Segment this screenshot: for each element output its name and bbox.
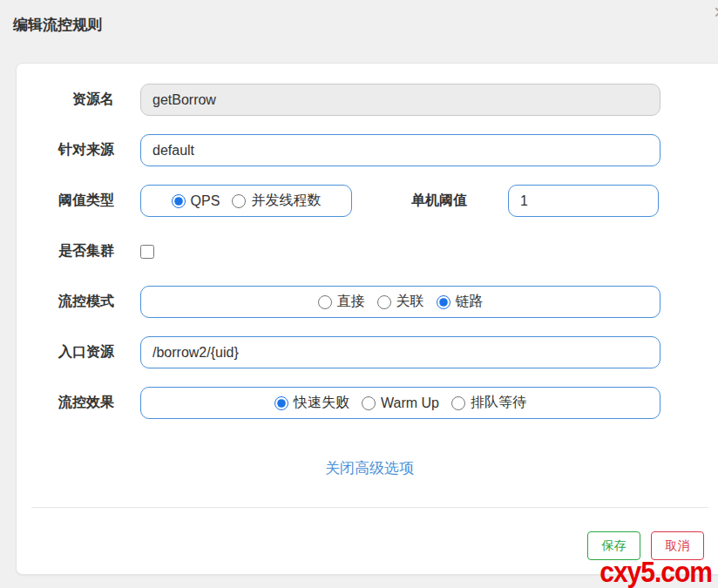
footer-divider xyxy=(31,507,708,508)
strategy-option-relate[interactable]: 关联 xyxy=(377,293,424,311)
advanced-link-row: 关闭高级选项 xyxy=(17,458,718,478)
strategy-option-direct[interactable]: 直接 xyxy=(318,293,365,311)
threshold-label: 单机阈值 xyxy=(411,192,476,210)
behavior-queue-label: 排队等待 xyxy=(471,394,526,412)
grade-row: 阈值类型 QPS 并发线程数 单机阈值 xyxy=(17,185,718,217)
behavior-option-queue[interactable]: 排队等待 xyxy=(451,394,526,412)
behavior-fail-fast-label: 快速失败 xyxy=(294,394,349,412)
grade-qps-label: QPS xyxy=(191,193,220,209)
grade-option-qps[interactable]: QPS xyxy=(172,193,220,209)
ref-resource-row: 入口资源 xyxy=(17,336,718,368)
resource-input xyxy=(140,84,660,116)
strategy-label: 流控模式 xyxy=(17,293,114,311)
behavior-option-warm-up[interactable]: Warm Up xyxy=(362,395,439,411)
cancel-button[interactable]: 取消 xyxy=(651,531,704,560)
grade-option-thread[interactable]: 并发线程数 xyxy=(232,192,321,210)
behavior-warm-up-label: Warm Up xyxy=(381,395,439,411)
grade-qps-radio[interactable] xyxy=(172,194,186,208)
strategy-radio-group: 直接 关联 链路 xyxy=(140,286,660,318)
behavior-radio-group: 快速失败 Warm Up 排队等待 xyxy=(140,387,660,419)
strategy-chain-label: 链路 xyxy=(456,293,484,311)
behavior-fail-fast-radio[interactable] xyxy=(274,396,288,410)
grade-label: 阈值类型 xyxy=(17,192,114,210)
behavior-label: 流控效果 xyxy=(17,394,114,412)
strategy-relate-label: 关联 xyxy=(396,293,424,311)
behavior-queue-radio[interactable] xyxy=(451,396,465,410)
flow-rule-form: 资源名 针对来源 阈值类型 QPS 并发线 xyxy=(17,64,718,560)
ref-resource-label: 入口资源 xyxy=(17,343,114,362)
grade-thread-label: 并发线程数 xyxy=(251,192,321,210)
strategy-direct-label: 直接 xyxy=(337,293,365,311)
strategy-chain-radio[interactable] xyxy=(437,295,450,309)
cluster-row: 是否集群 xyxy=(17,235,718,267)
behavior-warm-up-radio[interactable] xyxy=(362,396,376,410)
limit-app-input[interactable] xyxy=(140,134,660,166)
cluster-checkbox[interactable] xyxy=(140,245,154,259)
close-advanced-options-link[interactable]: 关闭高级选项 xyxy=(325,460,414,476)
resource-row: 资源名 xyxy=(17,84,718,116)
strategy-option-chain[interactable]: 链路 xyxy=(437,293,484,311)
behavior-option-fail-fast[interactable]: 快速失败 xyxy=(274,394,349,412)
grade-thread-radio[interactable] xyxy=(232,194,246,208)
strategy-direct-radio[interactable] xyxy=(318,295,332,309)
limit-app-label: 针对来源 xyxy=(17,141,114,159)
dialog-body-panel: 资源名 针对来源 阈值类型 QPS 并发线 xyxy=(16,63,718,575)
ref-resource-input[interactable] xyxy=(140,336,660,368)
dialog-title: 编辑流控规则 xyxy=(13,15,102,35)
cluster-label: 是否集群 xyxy=(17,242,114,260)
strategy-row: 流控模式 直接 关联 链路 xyxy=(17,286,718,318)
grade-radio-group: QPS 并发线程数 xyxy=(140,185,352,217)
footer-buttons: 保存 取消 xyxy=(17,531,718,560)
strategy-relate-radio[interactable] xyxy=(377,295,391,309)
resource-label: 资源名 xyxy=(17,91,114,109)
threshold-input[interactable] xyxy=(508,185,659,217)
limit-app-row: 针对来源 xyxy=(17,134,718,166)
behavior-row: 流控效果 快速失败 Warm Up 排队等待 xyxy=(17,387,718,419)
close-icon[interactable]: × xyxy=(714,2,718,23)
save-button[interactable]: 保存 xyxy=(587,531,640,560)
